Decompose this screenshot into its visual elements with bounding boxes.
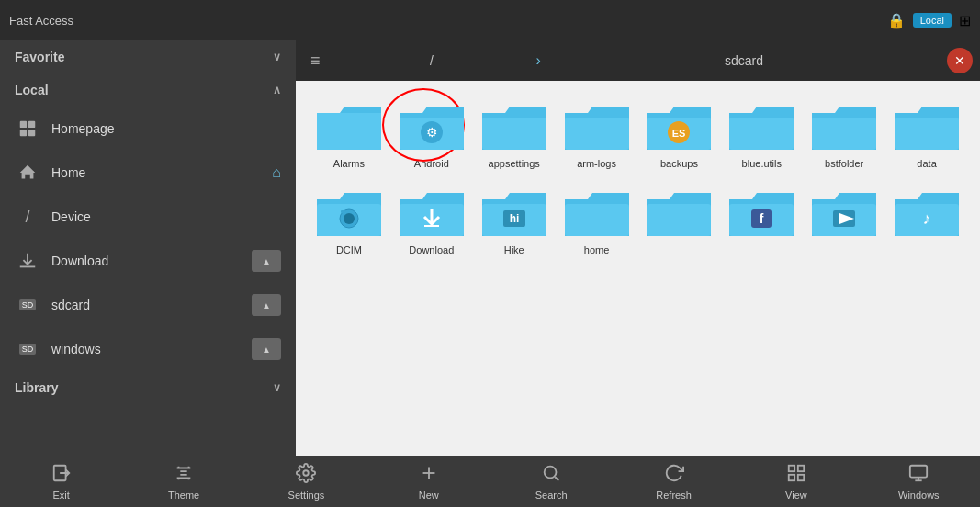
svg-rect-22 xyxy=(812,118,876,150)
sidebar-item-device[interactable]: / Device xyxy=(0,195,296,239)
library-label: Library xyxy=(15,380,58,395)
download-folder-icon xyxy=(400,186,464,241)
home-folder-icon xyxy=(565,186,629,241)
theme-label: Theme xyxy=(168,490,199,501)
svg-point-28 xyxy=(344,213,355,224)
path-slash: / xyxy=(333,53,531,68)
svg-rect-41 xyxy=(647,204,711,236)
home-right-icon: ⌂ xyxy=(272,164,281,181)
data-folder-icon xyxy=(895,99,959,154)
svg-rect-60 xyxy=(798,466,804,471)
sidebar-item-download[interactable]: Download ▲ xyxy=(0,239,296,283)
search-button[interactable]: Search xyxy=(490,457,613,506)
new-label: New xyxy=(419,490,439,501)
sidebar-item-sdcard[interactable]: SD sdcard ▲ xyxy=(0,283,296,327)
settings-button[interactable]: Settings xyxy=(245,457,367,506)
folder13-icon xyxy=(647,186,711,241)
search-label: Search xyxy=(535,490,568,501)
close-button[interactable]: ✕ xyxy=(947,48,973,73)
file-grid: Alarms ⚙ Android xyxy=(296,81,980,456)
windows-label: windows xyxy=(51,342,252,356)
download-label: Download xyxy=(409,244,454,255)
svg-rect-61 xyxy=(789,475,794,480)
theme-button[interactable]: Theme xyxy=(122,457,244,506)
file-item-android[interactable]: ⚙ Android xyxy=(393,96,470,173)
file-item-play[interactable] xyxy=(805,182,883,259)
file-item-appsettings[interactable]: appsettings xyxy=(476,96,553,173)
download-label: Download xyxy=(51,254,252,268)
file-item-13[interactable] xyxy=(641,182,718,259)
file-item-dcim[interactable]: DCIM xyxy=(310,182,388,259)
svg-text:hi: hi xyxy=(509,212,519,225)
data-label: data xyxy=(917,158,936,169)
svg-text:f: f xyxy=(760,211,764,226)
alarms-label: Alarms xyxy=(333,158,365,169)
main-layout: Favorite ∨ Local ∧ Homepage Home ⌂ / xyxy=(0,40,980,456)
sidebar-item-home[interactable]: Home ⌂ xyxy=(0,151,296,195)
svg-rect-0 xyxy=(20,121,27,128)
local-section[interactable]: Local ∧ xyxy=(0,73,296,107)
windows-btn-label: Windows xyxy=(898,490,940,501)
download-icon xyxy=(15,248,40,274)
exit-button[interactable]: Exit xyxy=(0,457,122,506)
sidebar-item-homepage[interactable]: Homepage xyxy=(0,107,296,151)
favorite-section[interactable]: Favorite ∨ xyxy=(0,40,296,73)
download-eject[interactable]: ▲ xyxy=(252,250,281,272)
file-item-backups[interactable]: ES backups xyxy=(641,96,718,173)
hike-folder-icon: hi xyxy=(482,186,546,241)
windows-icon: SD xyxy=(15,336,40,362)
refresh-label: Refresh xyxy=(656,490,692,501)
windows-btn-icon xyxy=(908,463,929,488)
windows-eject[interactable]: ▲ xyxy=(252,338,281,360)
content-area: ≡ / › sdcard ✕ Alarms xyxy=(296,40,980,456)
svg-text:♪: ♪ xyxy=(923,209,931,228)
alarms-folder-icon xyxy=(317,99,381,154)
file-item-blueutils[interactable]: blue.utils xyxy=(723,96,800,173)
svg-text:ES: ES xyxy=(672,128,686,139)
new-button[interactable]: New xyxy=(367,457,490,506)
sidebar: Favorite ∨ Local ∧ Homepage Home ⌂ / xyxy=(0,40,296,456)
favorite-chevron: ∨ xyxy=(273,51,281,63)
file-item-download[interactable]: Download xyxy=(393,182,470,259)
blueutils-label: blue.utils xyxy=(742,158,782,169)
file-item-arm-logs[interactable]: arm-logs xyxy=(558,96,636,173)
exit-label: Exit xyxy=(53,490,70,501)
refresh-icon xyxy=(664,463,684,488)
bstfolder-folder-icon xyxy=(812,99,876,154)
local-chevron: ∧ xyxy=(273,84,281,96)
svg-line-58 xyxy=(555,477,558,480)
svg-point-54 xyxy=(304,470,310,476)
file-item-data[interactable]: data xyxy=(888,96,965,173)
library-section[interactable]: Library ∨ xyxy=(0,371,296,404)
armlogs-folder-icon xyxy=(565,99,629,154)
windows-button[interactable]: Windows xyxy=(858,457,980,506)
svg-rect-63 xyxy=(910,466,927,478)
view-button[interactable]: View xyxy=(735,457,857,506)
file-item-bstfolder[interactable]: bstfolder xyxy=(805,96,883,173)
refresh-button[interactable]: Refresh xyxy=(613,457,735,506)
file-item-alarms[interactable]: Alarms xyxy=(310,96,388,173)
expand-icon[interactable]: ⊞ xyxy=(959,12,971,29)
file-item-home[interactable]: home xyxy=(558,182,636,259)
facebook-folder-icon: f xyxy=(729,186,794,241)
file-item-music[interactable]: ♪ xyxy=(888,182,965,259)
top-bar-right: 🔒 Local ⊞ xyxy=(887,12,971,29)
settings-icon xyxy=(296,463,316,488)
favorite-label: Favorite xyxy=(15,50,64,64)
svg-rect-39 xyxy=(565,204,629,236)
theme-icon xyxy=(174,463,194,488)
svg-rect-59 xyxy=(789,466,794,471)
svg-rect-62 xyxy=(798,475,804,480)
sidebar-item-windows[interactable]: SD windows ▲ xyxy=(0,327,296,371)
local-badge[interactable]: Local xyxy=(913,13,952,28)
home-icon xyxy=(15,160,40,186)
file-item-facebook[interactable]: f xyxy=(723,182,800,259)
device-label: Device xyxy=(51,209,281,224)
search-icon xyxy=(541,463,561,488)
hamburger-menu[interactable]: ≡ xyxy=(303,48,328,74)
sdcard-eject[interactable]: ▲ xyxy=(252,294,281,316)
file-item-hike[interactable]: hi Hike xyxy=(476,182,553,259)
sdcard-icon: SD xyxy=(15,292,40,318)
svg-point-57 xyxy=(545,467,557,479)
path-bar: ≡ / › sdcard ✕ xyxy=(296,40,980,81)
